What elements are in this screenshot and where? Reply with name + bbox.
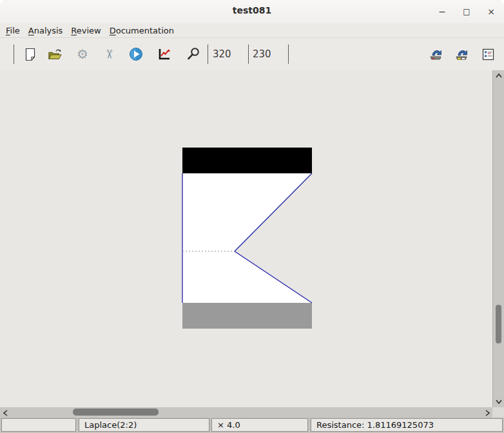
- report-list-icon[interactable]: [481, 47, 495, 61]
- height-value-field[interactable]: 230: [253, 38, 286, 70]
- status-cell-empty: [1, 418, 76, 432]
- window-title: test081: [0, 5, 504, 15]
- scroll-left-icon[interactable]: [3, 410, 8, 416]
- horizontal-scroll-thumb[interactable]: [73, 409, 159, 416]
- maximize-button[interactable]: □: [461, 6, 472, 17]
- status-cell-resistance: Resistance: 1.81169125073: [311, 418, 503, 432]
- scissors-glyph: ✂: [102, 49, 117, 59]
- status-cell-zoom: × 4.0: [211, 418, 308, 432]
- scrollbar-corner: [492, 407, 504, 418]
- menu-analysis[interactable]: Analysis: [25, 24, 66, 37]
- cut-scissors-icon[interactable]: ✂: [102, 47, 117, 61]
- scroll-up-icon[interactable]: [496, 73, 502, 78]
- vertical-scrollbar[interactable]: [492, 70, 504, 407]
- menu-bar: File Analysis Review Documentation: [0, 23, 504, 38]
- status-bar: Laplace(2:2) × 4.0 Resistance: 1.8116912…: [0, 418, 504, 433]
- bottom-electrode: [182, 303, 312, 329]
- toolbar-separator: [248, 44, 249, 64]
- close-button[interactable]: ×: [486, 6, 496, 17]
- width-value-field[interactable]: 320: [213, 38, 246, 70]
- vertical-scroll-thumb[interactable]: [496, 305, 501, 343]
- run-play-icon[interactable]: [129, 47, 143, 61]
- minimize-button[interactable]: −: [437, 6, 447, 17]
- horizontal-scrollbar[interactable]: [0, 407, 492, 418]
- plot-chart-icon[interactable]: [157, 47, 171, 61]
- menu-review[interactable]: Review: [68, 24, 104, 37]
- toolbar-separator: [14, 44, 14, 64]
- toolbar-separator: [288, 44, 289, 64]
- title-bar: test081 − □ ×: [0, 0, 504, 24]
- toolbar-separator: [208, 44, 208, 64]
- export-data-icon[interactable]: [454, 47, 469, 61]
- window-controls: − □ ×: [437, 0, 496, 23]
- menu-documentation[interactable]: Documentation: [106, 24, 177, 37]
- app-window: test081 − □ × File Analysis Review Docum…: [0, 0, 504, 433]
- gear-glyph: ⚙: [77, 47, 88, 61]
- scroll-right-icon[interactable]: [485, 410, 490, 416]
- drawing-canvas[interactable]: [0, 70, 492, 407]
- zoom-magnifier-icon[interactable]: [186, 47, 200, 61]
- menu-file[interactable]: File: [3, 24, 23, 37]
- geometry-view: [0, 70, 492, 407]
- export-image-icon[interactable]: [429, 47, 443, 61]
- open-file-icon[interactable]: [48, 47, 62, 61]
- new-document-icon[interactable]: [23, 47, 37, 61]
- top-electrode: [182, 148, 312, 173]
- settings-gear-icon[interactable]: ⚙: [75, 47, 90, 61]
- scroll-down-icon[interactable]: [496, 399, 502, 404]
- status-cell-solver: Laplace(2:2): [79, 418, 209, 432]
- toolbar: ⚙ ✂ 320 230: [0, 38, 504, 71]
